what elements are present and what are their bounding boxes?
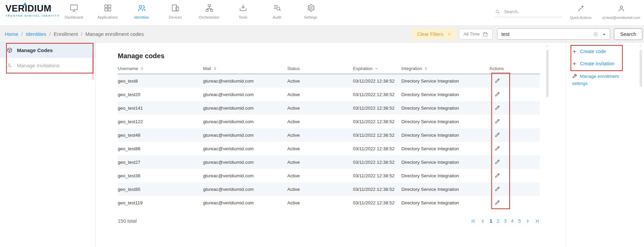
cell-username: geo_test48 <box>118 133 203 138</box>
page-number-3[interactable]: 3 <box>504 218 507 224</box>
sidebar-scrollbar-thumb[interactable] <box>92 50 94 80</box>
nav-item-applications[interactable]: Applications <box>91 3 125 19</box>
cell-status: Active <box>287 173 353 178</box>
manage-enrollment-settings-link[interactable]: Manage enrollment settings <box>572 73 625 87</box>
page-scrollbar-thumb[interactable] <box>640 50 642 87</box>
page-number-1[interactable]: 1 <box>490 218 492 224</box>
clear-filters-button[interactable]: Clear Filters <box>412 28 457 40</box>
cell-integration: Directory Service Integration <box>401 106 489 111</box>
nav-item-orchestrator[interactable]: Orchestrator <box>192 3 226 19</box>
cell-mail: gtureac@veridiumid.com <box>203 200 287 205</box>
next-page-button[interactable] <box>525 219 530 224</box>
cell-actions <box>489 105 540 112</box>
search-button[interactable]: Search <box>614 28 642 40</box>
sort-icon <box>140 67 144 70</box>
main-nav: DashboardApplicationsIdentitiesDevicesOr… <box>57 3 328 19</box>
cell-status: Active <box>287 187 353 192</box>
page-number-2[interactable]: 2 <box>497 218 499 224</box>
user-menu[interactable]: q'ctest@veridiumid.com <box>598 4 644 20</box>
nav-item-identities[interactable]: Identities <box>125 3 158 19</box>
cell-username: geo_test27 <box>118 160 203 165</box>
edit-code-button[interactable] <box>494 77 501 84</box>
page-number-5[interactable]: 5 <box>518 218 521 224</box>
breadcrumb-separator: / <box>49 31 50 37</box>
sidebar-scrollbar[interactable] <box>91 44 95 48</box>
sort-icon <box>424 67 428 70</box>
table-row: geo_test48gtureac@veridiumid.comActive03… <box>118 128 540 142</box>
table-row: geo_test27gtureac@veridiumid.comActive03… <box>118 155 540 169</box>
breadcrumb-bar: Home/Identities/Enrollment/Manage enroll… <box>0 25 644 43</box>
table-body: geo_test8gtureac@veridiumid.comActive03/… <box>118 74 540 209</box>
cell-integration: Directory Service Integration <box>401 146 489 151</box>
pagination: 12345 <box>471 218 540 224</box>
edit-code-button[interactable] <box>494 91 501 97</box>
table-header-row: UsernameMailStatusExpirationIntegrationA… <box>118 63 540 74</box>
cell-expiration: 03/11/2022 12:38:52 <box>353 200 401 205</box>
sidebar-item-manage-codes[interactable]: Manage Codes <box>0 43 95 58</box>
caret-down-icon[interactable] <box>602 32 606 37</box>
cell-integration: Directory Service Integration <box>401 119 489 124</box>
create-invitation-link[interactable]: Create invitation <box>572 61 614 66</box>
wand-icon <box>577 4 585 13</box>
edit-code-button[interactable] <box>494 159 501 165</box>
sort-down-icon <box>375 67 378 70</box>
first-page-button[interactable] <box>471 219 476 224</box>
breadcrumb: Home/Identities/Enrollment/Manage enroll… <box>5 26 144 42</box>
filter-controls: Clear Filters All Time Search <box>412 26 642 42</box>
breadcrumb-item-home[interactable]: Home <box>5 31 18 37</box>
page-title: Manage codes <box>118 52 164 60</box>
cell-username: geo_test20 <box>118 92 203 97</box>
cell-mail: gtureac@veridiumid.com <box>203 106 287 111</box>
cell-mail: gtureac@veridiumid.com <box>203 173 287 178</box>
edit-code-button[interactable] <box>494 199 501 205</box>
tools-icon <box>239 3 248 13</box>
column-header-username[interactable]: Username <box>118 66 203 71</box>
nav-item-audit[interactable]: Audit <box>260 3 294 19</box>
nav-item-label: Dashboard <box>65 15 83 19</box>
breadcrumb-item-identities[interactable]: Identities <box>26 31 46 37</box>
page-scrollbar[interactable] <box>639 44 643 48</box>
cell-actions <box>489 91 540 98</box>
cell-actions <box>489 118 540 125</box>
last-page-button[interactable] <box>535 219 540 224</box>
cell-actions <box>489 172 540 179</box>
nav-item-label: Applications <box>97 15 117 19</box>
nav-item-dashboard[interactable]: Dashboard <box>57 3 91 19</box>
edit-code-button[interactable] <box>494 145 501 151</box>
clear-search-icon[interactable] <box>593 31 598 37</box>
nav-item-tools[interactable]: Tools <box>226 3 260 19</box>
sidebar-item-manage-invitations[interactable]: Manage Invitations <box>0 58 95 73</box>
cell-integration: Directory Service Integration <box>401 173 489 178</box>
edit-code-button[interactable] <box>494 118 501 124</box>
global-search-input[interactable] <box>504 9 559 15</box>
page-number-4[interactable]: 4 <box>511 218 514 224</box>
edit-code-button[interactable] <box>494 186 501 192</box>
edit-code-button[interactable] <box>494 172 501 178</box>
cell-username: geo_test85 <box>118 187 203 192</box>
cell-mail: gtureac@veridiumid.com <box>203 119 287 124</box>
time-filter-button[interactable]: All Time <box>459 29 492 40</box>
column-header-mail[interactable]: Mail <box>203 66 287 71</box>
column-label: Mail <box>203 66 211 71</box>
nav-item-devices[interactable]: Devices <box>158 3 192 19</box>
quick-actions-button[interactable]: Quick Actions <box>565 4 596 20</box>
create-code-link[interactable]: Create code <box>572 49 606 54</box>
nav-item-settings[interactable]: Settings <box>294 3 328 19</box>
cell-integration: Directory Service Integration <box>401 200 489 205</box>
gear-icon <box>306 3 315 13</box>
main-scrollbar-thumb[interactable] <box>546 50 549 97</box>
main-scrollbar[interactable] <box>545 44 549 48</box>
cell-expiration: 03/11/2022 12:38:52 <box>353 119 401 124</box>
column-label: Expiration <box>353 66 373 71</box>
column-header-integration[interactable]: Integration <box>401 66 489 71</box>
edit-code-button[interactable] <box>494 132 501 138</box>
manage-settings-label: Manage enrollment settings <box>572 74 619 86</box>
column-label: Actions <box>489 66 504 71</box>
edit-code-button[interactable] <box>494 105 501 111</box>
column-header-actions: Actions <box>489 66 540 71</box>
column-header-expiration[interactable]: Expiration <box>353 66 401 71</box>
people-icon <box>137 3 146 13</box>
audit-icon <box>272 3 282 13</box>
previous-page-button[interactable] <box>480 219 485 224</box>
cell-username: geo_test38 <box>118 173 203 178</box>
